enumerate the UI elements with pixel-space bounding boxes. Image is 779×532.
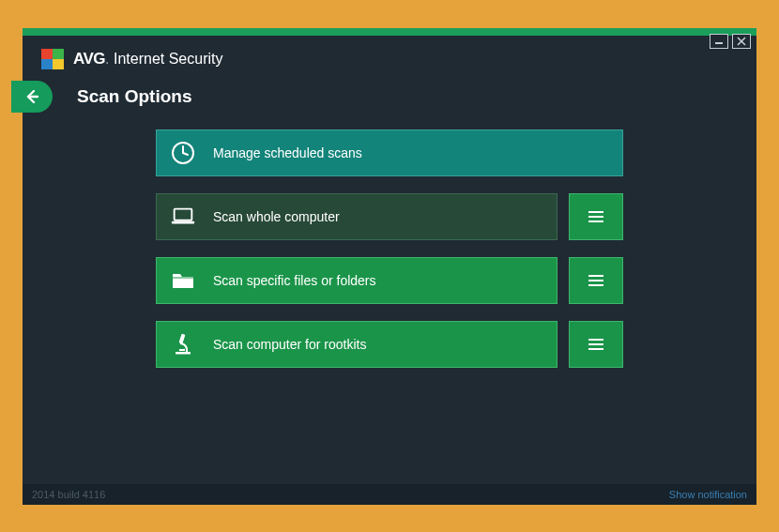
option-row-rootkits: Scan computer for rootkits <box>156 321 623 368</box>
whole-label: Scan whole computer <box>213 209 340 224</box>
app-window: AVG. Internet Security Scan Options <box>23 28 756 505</box>
scan-rootkits-button[interactable]: Scan computer for rootkits <box>156 321 558 368</box>
brand-rest: Internet Security <box>110 51 223 67</box>
window-topbar <box>23 28 756 36</box>
hamburger-icon <box>587 209 605 224</box>
option-row-manage: Manage scheduled scans <box>156 129 623 176</box>
svg-rect-5 <box>41 59 53 69</box>
brand-text: AVG. Internet Security <box>73 50 222 68</box>
hamburger-icon <box>587 337 605 352</box>
minimize-icon <box>714 38 724 45</box>
files-label: Scan specific files or folders <box>213 273 376 288</box>
manage-label: Manage scheduled scans <box>213 145 362 160</box>
svg-rect-23 <box>179 349 185 351</box>
svg-rect-3 <box>41 49 53 59</box>
svg-rect-4 <box>53 49 64 59</box>
back-button[interactable] <box>11 81 53 113</box>
build-info: 2014 build 4116 <box>32 489 105 500</box>
rootkits-label: Scan computer for rootkits <box>213 337 366 352</box>
svg-rect-6 <box>53 59 64 69</box>
show-notification-link[interactable]: Show notification <box>669 489 747 500</box>
svg-rect-16 <box>173 278 193 288</box>
svg-rect-0 <box>715 42 723 44</box>
option-row-whole: Scan whole computer <box>156 193 623 240</box>
option-row-files: Scan specific files or folders <box>156 257 623 304</box>
scan-files-options-button[interactable] <box>569 257 623 304</box>
clock-icon <box>170 140 196 166</box>
svg-line-10 <box>183 153 188 155</box>
svg-rect-22 <box>176 352 191 355</box>
laptop-icon <box>170 204 196 230</box>
scan-files-folders-button[interactable]: Scan specific files or folders <box>156 257 558 304</box>
close-button[interactable] <box>732 34 751 49</box>
subheader: Scan Options <box>23 79 756 124</box>
scan-whole-options-button[interactable] <box>569 193 623 240</box>
page-title: Scan Options <box>77 86 191 107</box>
svg-rect-21 <box>179 333 186 343</box>
folder-icon <box>170 267 196 294</box>
brand-bold: AVG <box>73 50 105 68</box>
avg-logo-icon <box>41 49 64 69</box>
manage-scheduled-scans-button[interactable]: Manage scheduled scans <box>156 129 623 176</box>
scan-whole-computer-button[interactable]: Scan whole computer <box>156 193 558 240</box>
svg-rect-12 <box>172 220 194 223</box>
microscope-icon <box>170 331 196 357</box>
close-icon <box>737 37 746 46</box>
scan-rootkits-options-button[interactable] <box>569 321 623 368</box>
content: Manage scheduled scans Scan whole comput… <box>23 124 756 484</box>
window-controls <box>710 34 751 49</box>
footer: 2014 build 4116 Show notification <box>23 484 756 505</box>
arrow-left-icon <box>23 87 41 106</box>
svg-rect-11 <box>175 208 192 220</box>
hamburger-icon <box>587 273 605 288</box>
minimize-button[interactable] <box>710 34 728 49</box>
header: AVG. Internet Security <box>23 36 756 79</box>
